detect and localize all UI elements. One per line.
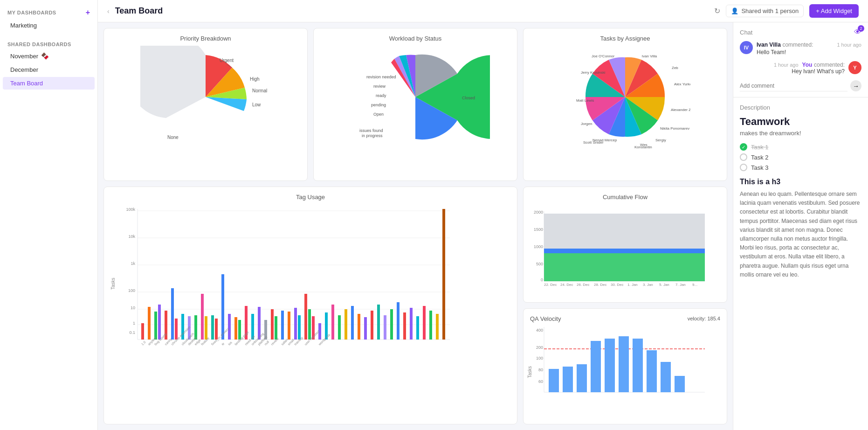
priority-breakdown-widget: Priority Breakdown Urgent (103, 28, 308, 181)
svg-rect-76 (331, 305, 334, 340)
task-item-3: Task 3 (740, 164, 861, 171)
svg-rect-71 (304, 294, 307, 340)
svg-text:Normal: Normal (252, 88, 267, 93)
sidebar-collapse-button[interactable]: ‹ (107, 7, 110, 15)
chat-sender-ivan: Ivan Villa commented: (757, 41, 813, 48)
svg-text:100: 100 (128, 288, 135, 293)
svg-text:7. Jan: 7. Jan (675, 283, 686, 287)
main-area: ‹ Team Board ↻ 👤 Shared with 1 person + … (98, 0, 868, 430)
svg-rect-82 (371, 311, 373, 340)
chat-text-you: Hey Ivan! What's up? (740, 68, 845, 75)
svg-text:ios: ios (227, 340, 233, 346)
svg-text:Konstantin: Konstantin (634, 145, 652, 148)
svg-rect-85 (390, 309, 393, 340)
task-label-1: Task 1 (751, 144, 769, 151)
qa-header: QA Velocity velocity: 185.4 (530, 315, 720, 322)
chat-title: Chat (740, 29, 752, 36)
eye-count: 2 (858, 25, 864, 32)
cumulative-flow-widget: Cumulative Flow 2000 1500 1000 500 0 (523, 187, 727, 303)
svg-text:Matt Lewis: Matt Lewis (576, 98, 594, 103)
svg-text:1. Jan: 1. Jan (627, 283, 638, 287)
content-area: Priority Breakdown Urgent (98, 22, 868, 430)
svg-text:pending: pending (371, 103, 386, 107)
chat-input[interactable] (740, 81, 847, 91)
right-panel: Chat 👁 2 IV Ivan Villa commented: (733, 22, 868, 430)
task-check-2[interactable] (740, 153, 747, 161)
svg-text:28. Dec: 28. Dec (594, 283, 607, 287)
eye-badge-container: 👁 2 (854, 28, 861, 36)
svg-text:60: 60 (538, 379, 543, 384)
svg-rect-78 (344, 309, 347, 340)
qa-velocity-chart: 400 200 100 80 60 (530, 322, 707, 397)
refresh-button[interactable]: ↻ (714, 7, 720, 15)
sidebar: MY DASHBOARDS + Marketing SHARED DASHBOA… (0, 0, 98, 430)
svg-rect-70 (298, 315, 301, 340)
task-label-3: Task 3 (751, 164, 769, 171)
svg-text:1500: 1500 (534, 227, 543, 232)
sidebar-item-team-board[interactable]: Team Board (3, 77, 95, 90)
cumulative-qa-widget: Cumulative Flow 2000 1500 1000 500 0 (523, 187, 727, 425)
priority-pie-chart: Urgent High Normal Low None (140, 46, 271, 148)
svg-rect-54 (205, 316, 207, 340)
assignee-widget: Tasks by Assignee (523, 28, 727, 181)
svg-text:400: 400 (536, 328, 543, 333)
svg-text:Joe O'Connor: Joe O'Connor (592, 54, 614, 58)
chat-content-you: 1 hour ago You commented: Hey Ivan! What… (740, 61, 845, 75)
shared-button[interactable]: 👤 Shared with 1 person (726, 5, 804, 17)
svg-rect-143 (563, 367, 573, 392)
sidebar-item-november[interactable]: November 🍫 (3, 49, 95, 62)
chat-header-ivan: Ivan Villa commented: 1 hour ago (757, 41, 861, 48)
svg-text:500: 500 (536, 262, 543, 266)
chat-content-ivan: Ivan Villa commented: 1 hour ago Hello T… (757, 41, 861, 55)
add-dashboard-button[interactable]: + (86, 8, 90, 17)
cumulative-flow-title: Cumulative Flow (530, 194, 720, 201)
sidebar-item-marketing[interactable]: Marketing (3, 19, 95, 32)
tag-usage-widget: Tag Usage Tasks 100k 10k 1k 100 10 (103, 187, 517, 425)
svg-text:None: None (167, 135, 179, 140)
svg-text:Open: Open (373, 112, 384, 117)
task-check-1[interactable] (740, 143, 747, 151)
svg-rect-57 (221, 274, 224, 340)
task-label-2: Task 2 (751, 154, 769, 161)
task-item-2: Task 2 (740, 153, 861, 161)
svg-rect-77 (338, 315, 341, 340)
description-body: Aenean eu leo quam. Pellentesque ornare … (740, 190, 861, 279)
description-h3: This is a h3 (740, 178, 861, 186)
svg-text:Ivan Villa: Ivan Villa (642, 54, 657, 58)
svg-rect-45 (154, 312, 157, 340)
svg-rect-68 (288, 312, 290, 340)
sidebar-item-december[interactable]: December (3, 63, 95, 76)
svg-text:revision needed: revision needed (366, 75, 396, 79)
add-widget-button[interactable]: + Add Widget (809, 4, 859, 18)
svg-rect-144 (577, 364, 587, 392)
tag-usage-title: Tag Usage (110, 194, 510, 201)
svg-text:2000: 2000 (534, 210, 543, 215)
svg-text:Jorgen: Jorgen (581, 122, 592, 126)
svg-text:1k: 1k (131, 261, 135, 266)
svg-text:review: review (373, 84, 386, 89)
tag-chart-area: Tasks 100k 10k 1k 100 10 1 0.1 (110, 204, 510, 363)
svg-text:ready: ready (376, 93, 386, 98)
svg-text:issues found: issues found (359, 128, 383, 133)
svg-rect-93 (442, 209, 445, 340)
svg-rect-149 (647, 350, 657, 392)
svg-rect-86 (397, 302, 400, 340)
chat-input-area: → (740, 80, 861, 91)
svg-text:in progress: in progress (362, 133, 383, 138)
chat-message-you: 1 hour ago You commented: Hey Ivan! What… (740, 61, 861, 75)
svg-text:5. Jan: 5. Jan (659, 283, 669, 287)
workload-pie-chart: Closed revision needed review ready pend… (341, 46, 490, 148)
task-check-3[interactable] (740, 164, 747, 171)
chat-header: Chat 👁 2 (740, 28, 861, 36)
send-button[interactable]: → (850, 80, 861, 91)
workload-widget: Workload by Status Closed (313, 28, 517, 181)
dashboard-grid: Priority Breakdown Urgent (98, 22, 733, 430)
user-icon: 👤 (731, 7, 738, 14)
tag-y-label: Tasks (110, 204, 117, 363)
svg-rect-79 (351, 306, 354, 340)
svg-rect-150 (661, 362, 671, 392)
svg-text:100: 100 (536, 356, 543, 361)
chat-header-you: 1 hour ago You commented: (740, 61, 845, 68)
svg-text:100k: 100k (126, 207, 135, 212)
svg-rect-43 (141, 323, 144, 340)
